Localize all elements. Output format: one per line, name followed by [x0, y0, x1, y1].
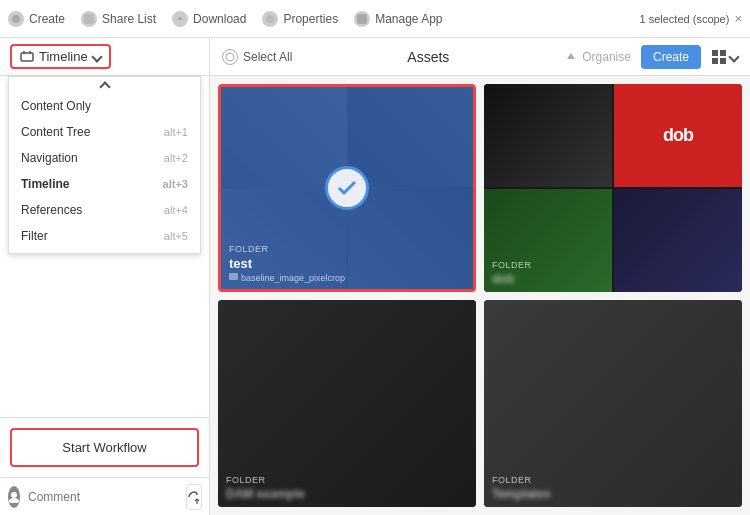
asset-card-templates[interactable]: FOLDER Templates: [484, 300, 742, 508]
view-toggle[interactable]: [711, 49, 738, 65]
svg-rect-16: [720, 58, 726, 64]
card3-name: DAM example: [226, 487, 468, 501]
svg-rect-13: [712, 50, 718, 56]
dropdown-item-navigation[interactable]: Navigation alt+2: [9, 145, 200, 171]
card4-info: FOLDER Templates: [484, 469, 742, 507]
dropdown-item-timeline[interactable]: Timeline alt+3: [9, 171, 200, 197]
card1-subtitle: baseline_image_pixelcrop: [229, 273, 465, 283]
select-all-button[interactable]: Select All: [222, 49, 292, 65]
send-icon: [187, 490, 201, 504]
card2-type: FOLDER: [492, 260, 734, 270]
share-list-toolbar-item[interactable]: Share List: [81, 11, 156, 27]
download-toolbar-item[interactable]: Download: [172, 11, 246, 27]
timeline-label: Timeline: [39, 49, 88, 64]
selected-badge: 1 selected (scope) ×: [640, 11, 742, 26]
asset-card-test[interactable]: FOLDER test baseline_image_pixelcrop: [218, 84, 476, 292]
card4-type: FOLDER: [492, 475, 734, 485]
svg-rect-14: [720, 50, 726, 56]
dropdown-item-references[interactable]: References alt+4: [9, 197, 200, 223]
card2-info: FOLDER dob: [484, 254, 742, 292]
svg-point-9: [9, 498, 19, 503]
navigation-shortcut: alt+2: [164, 152, 188, 164]
arrow-up-icon: [99, 81, 110, 92]
svg-point-11: [226, 53, 234, 61]
timeline-button[interactable]: Timeline: [10, 44, 111, 69]
svg-marker-12: [567, 53, 575, 59]
sidebar-bottom: Start Workflow: [0, 417, 209, 477]
assets-grid: FOLDER test baseline_image_pixelcrop dob: [210, 76, 750, 515]
card1-name: test: [229, 256, 465, 271]
properties-icon: [262, 11, 278, 27]
create-icon: [8, 11, 24, 27]
card4-name: Templates: [492, 487, 734, 501]
main-layout: Timeline Content Only Content Tree alt+1…: [0, 38, 750, 515]
content-tree-label: Content Tree: [21, 125, 90, 139]
chevron-down-icon: [91, 51, 102, 62]
svg-rect-1: [84, 14, 94, 24]
svg-point-3: [266, 15, 274, 23]
send-button[interactable]: [186, 484, 202, 510]
sidebar-header: Timeline: [0, 38, 209, 76]
properties-toolbar-item[interactable]: Properties: [262, 11, 338, 27]
start-workflow-button[interactable]: Start Workflow: [10, 428, 199, 467]
references-label: References: [21, 203, 82, 217]
content-area: Select All Assets Organise Create: [210, 38, 750, 515]
dropdown-item-content-only[interactable]: Content Only: [9, 93, 200, 119]
card1-info: FOLDER test baseline_image_pixelcrop: [221, 238, 473, 289]
comment-input[interactable]: [28, 490, 178, 504]
asset-card-dob[interactable]: dob FOLDER dob: [484, 84, 742, 292]
select-all-label: Select All: [243, 50, 292, 64]
svg-rect-4: [357, 14, 367, 24]
svg-rect-15: [712, 58, 718, 64]
svg-marker-2: [177, 16, 183, 20]
organise-button[interactable]: Organise: [564, 50, 631, 64]
asset-card-dam-example[interactable]: FOLDER DAM example: [218, 300, 476, 508]
select-all-icon: [222, 49, 238, 65]
view-chevron-icon: [728, 51, 739, 62]
content-tree-shortcut: alt+1: [164, 126, 188, 138]
filter-label: Filter: [21, 229, 48, 243]
timeline-icon: [20, 50, 34, 64]
share-icon: [81, 11, 97, 27]
scroll-up-button[interactable]: [9, 81, 200, 93]
create-toolbar-item[interactable]: Create: [8, 11, 65, 27]
dropdown-item-filter[interactable]: Filter alt+5: [9, 223, 200, 249]
assets-title: Assets: [302, 49, 554, 65]
card1-type: FOLDER: [229, 244, 465, 254]
selected-checkmark: [325, 166, 369, 210]
manage-app-label: Manage App: [375, 12, 442, 26]
properties-label: Properties: [283, 12, 338, 26]
card2-image-2: dob: [614, 84, 742, 187]
filter-shortcut: alt+5: [164, 230, 188, 242]
share-list-label: Share List: [102, 12, 156, 26]
grid-view-icon: [711, 49, 727, 65]
svg-rect-17: [229, 273, 238, 280]
sidebar: Timeline Content Only Content Tree alt+1…: [0, 38, 210, 515]
avatar: [8, 486, 20, 508]
svg-point-0: [12, 15, 20, 23]
manage-icon: [354, 11, 370, 27]
comment-area: [0, 477, 209, 515]
references-shortcut: alt+4: [164, 204, 188, 216]
create-label: Create: [29, 12, 65, 26]
card2-name: dob: [492, 272, 734, 286]
manage-app-toolbar-item[interactable]: Manage App: [354, 11, 442, 27]
timeline-shortcut: alt+3: [163, 178, 188, 190]
card3-info: FOLDER DAM example: [218, 469, 476, 507]
sidebar-dropdown: Content Only Content Tree alt+1 Navigati…: [8, 76, 201, 254]
organise-label: Organise: [582, 50, 631, 64]
download-icon: [172, 11, 188, 27]
deselect-button[interactable]: ×: [734, 11, 742, 26]
content-only-label: Content Only: [21, 99, 91, 113]
download-label: Download: [193, 12, 246, 26]
card2-image-1: [484, 84, 612, 187]
navigation-label: Navigation: [21, 151, 78, 165]
organise-icon: [564, 50, 578, 64]
svg-point-8: [11, 492, 17, 498]
card3-type: FOLDER: [226, 475, 468, 485]
create-button[interactable]: Create: [641, 45, 701, 69]
svg-rect-5: [21, 53, 33, 61]
assets-header: Select All Assets Organise Create: [210, 38, 750, 76]
toolbar: Create Share List Download Properties Ma…: [0, 0, 750, 38]
dropdown-item-content-tree[interactable]: Content Tree alt+1: [9, 119, 200, 145]
